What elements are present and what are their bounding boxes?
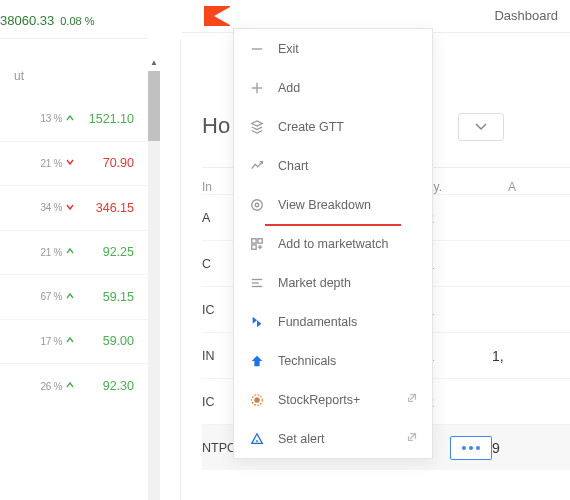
menu-item-exit[interactable]: Exit: [234, 29, 432, 68]
cell-avg: 9: [492, 440, 542, 456]
watchlist-price: 346.15: [76, 201, 134, 215]
view-breakdown-icon: [248, 196, 266, 214]
watchlist-panel: ut 13 %1521.1021 %70.9034 %346.1521 %92.…: [0, 39, 148, 500]
technicals-icon: [248, 352, 266, 370]
arrow-up-icon: [64, 292, 76, 302]
cell-symbol: IC: [202, 303, 236, 317]
menu-item-label: Create GTT: [278, 120, 344, 134]
menu-item-view-breakdown[interactable]: View Breakdown: [234, 185, 432, 224]
scrollbar-thumb[interactable]: [148, 71, 160, 141]
index-value: 38060.33: [0, 5, 54, 28]
menu-item-label: Fundamentals: [278, 315, 357, 329]
index-pct: 0.08 %: [60, 15, 94, 27]
chart-icon: [248, 157, 266, 175]
menu-item-label: Exit: [278, 42, 299, 56]
menu-item-fundamentals[interactable]: Fundamentals: [234, 302, 432, 341]
svg-rect-6: [258, 238, 262, 242]
watchlist-row[interactable]: 26 %92.30: [0, 364, 148, 409]
arrow-up-icon: [64, 114, 76, 124]
watchlist-row[interactable]: 67 %59.15: [0, 275, 148, 320]
menu-item-stockreports[interactable]: StockReports+: [234, 380, 432, 419]
menu-item-label: Market depth: [278, 276, 351, 290]
watchlist-pct: 17 %: [32, 336, 62, 347]
watchlist-price: 1521.10: [76, 112, 134, 126]
watchlist-row[interactable]: 21 %92.25: [0, 231, 148, 276]
add-icon: [248, 79, 266, 97]
svg-point-4: [255, 203, 259, 207]
create-gtt-icon: [248, 118, 266, 136]
nav-dashboard[interactable]: Dashboard: [494, 8, 558, 23]
watchlist-pct: 34 %: [32, 202, 62, 213]
menu-item-market-depth[interactable]: Market depth: [234, 263, 432, 302]
scroll-up-icon[interactable]: ▲: [148, 57, 160, 69]
brand-logo-icon[interactable]: [204, 6, 230, 26]
external-link-icon: [406, 431, 418, 446]
menu-item-label: Add: [278, 81, 300, 95]
svg-point-15: [256, 440, 257, 441]
col-avg[interactable]: A: [492, 180, 532, 194]
watchlist-row[interactable]: 13 %1521.10: [0, 97, 148, 142]
watchlist-row[interactable]: 17 %59.00: [0, 320, 148, 365]
cell-symbol: IC: [202, 395, 236, 409]
market-depth-icon: [248, 274, 266, 292]
menu-item-add-marketwatch[interactable]: Add to marketwatch: [234, 224, 432, 263]
external-link-icon: [406, 392, 418, 407]
svg-rect-7: [252, 244, 256, 248]
watchlist-filter-label: ut: [0, 69, 148, 83]
menu-item-add[interactable]: Add: [234, 68, 432, 107]
menu-item-label: View Breakdown: [278, 198, 371, 212]
cell-symbol: C: [202, 257, 236, 271]
cell-avg: 1,: [492, 348, 542, 364]
cell-symbol: IN: [202, 349, 236, 363]
watchlist-price: 92.30: [76, 379, 134, 393]
arrow-up-icon: [64, 247, 76, 257]
watchlist-pct: 21 %: [32, 158, 62, 169]
menu-item-label: StockReports+: [278, 393, 360, 407]
fundamentals-icon: [248, 313, 266, 331]
stockreports-icon: [248, 391, 266, 409]
scrollbar-track[interactable]: ▲: [148, 71, 160, 500]
vertical-divider: [180, 39, 181, 500]
add-marketwatch-icon: [248, 235, 266, 253]
scroll-down-icon[interactable]: [148, 495, 160, 500]
watchlist-price: 59.15: [76, 290, 134, 304]
cell-symbol: A: [202, 211, 236, 225]
arrow-up-icon: [64, 381, 76, 391]
menu-item-label: Set alert: [278, 432, 325, 446]
watchlist-pct: 13 %: [32, 113, 62, 124]
highlight-underline: [265, 224, 401, 226]
menu-item-technicals[interactable]: Technicals: [234, 341, 432, 380]
arrow-down-icon: [64, 158, 76, 168]
menu-item-create-gtt[interactable]: Create GTT: [234, 107, 432, 146]
menu-item-chart[interactable]: Chart: [234, 146, 432, 185]
holdings-filter-dropdown[interactable]: [458, 113, 504, 141]
menu-item-label: Chart: [278, 159, 309, 173]
menu-item-label: Technicals: [278, 354, 336, 368]
menu-item-set-alert[interactable]: Set alert: [234, 419, 432, 458]
watchlist-price: 59.00: [76, 334, 134, 348]
watchlist-price: 70.90: [76, 156, 134, 170]
chevron-down-icon: [475, 123, 487, 131]
context-menu: ExitAddCreate GTTChartView BreakdownAdd …: [233, 28, 433, 459]
watchlist-pct: 21 %: [32, 247, 62, 258]
arrow-up-icon: [64, 336, 76, 346]
set-alert-icon: [248, 430, 266, 448]
exit-icon: [248, 40, 266, 58]
svg-rect-5: [252, 238, 256, 242]
menu-item-label: Add to marketwatch: [278, 237, 388, 251]
watchlist-pct: 26 %: [32, 381, 62, 392]
watchlist-pct: 67 %: [32, 291, 62, 302]
svg-point-3: [252, 199, 263, 210]
arrow-down-icon: [64, 203, 76, 213]
watchlist-row[interactable]: 34 %346.15: [0, 186, 148, 231]
cell-symbol: NTPC: [202, 441, 236, 455]
watchlist-row[interactable]: 21 %70.90: [0, 142, 148, 187]
page-title-text: Ho: [202, 113, 230, 138]
watchlist-price: 92.25: [76, 245, 134, 259]
svg-point-14: [255, 397, 259, 401]
more-options-button[interactable]: [450, 436, 492, 460]
